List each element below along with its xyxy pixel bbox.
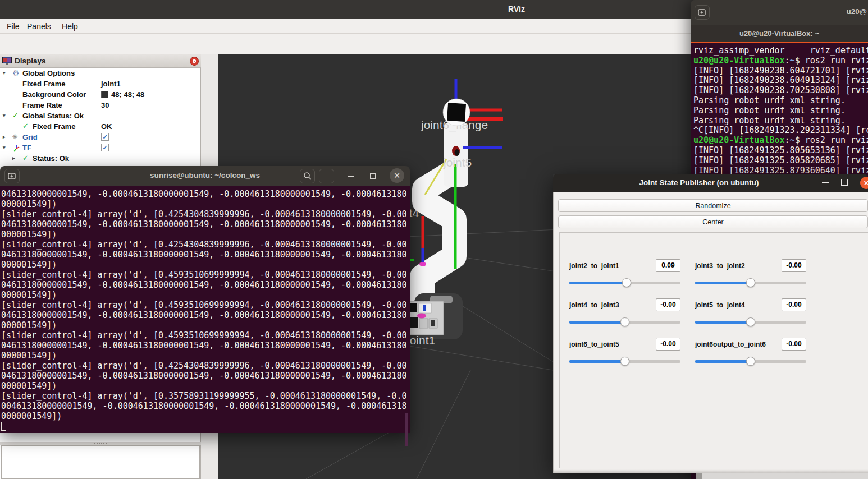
tf-axes-icon (12, 144, 20, 154)
chevron-down-icon[interactable]: ▾ (3, 70, 6, 76)
chevron-down-icon[interactable]: ▾ (3, 113, 6, 118)
close-icon[interactable]: ✕ (860, 177, 868, 189)
robot-base (408, 293, 463, 339)
displays-panel-title: Displays (15, 57, 46, 65)
slider-handle[interactable] (746, 317, 755, 326)
slider-track[interactable] (695, 360, 806, 363)
joint-label: joint2_to_joint1 (569, 262, 619, 270)
slider-fill (569, 321, 625, 324)
grid-checkbox[interactable]: ✓ (101, 133, 109, 141)
slider-fill (695, 360, 751, 363)
slider-handle[interactable] (746, 278, 755, 287)
frame-rate-value[interactable]: 30 (101, 101, 109, 109)
slider-track[interactable] (569, 321, 680, 324)
minimize-button[interactable] (342, 169, 358, 183)
tree-row-tf-status[interactable]: ▸ ✓ Status: Ok (0, 153, 201, 164)
randomize-button[interactable]: Randomize (558, 199, 868, 212)
displays-close-icon[interactable] (190, 57, 199, 66)
terminal-scrollbar[interactable] (405, 413, 408, 446)
menu-help[interactable]: Help (58, 21, 81, 32)
terminal-line: 0000001549]) (1, 411, 410, 421)
tree-row-global-options[interactable]: ▾ ⚙ Global Options (0, 68, 201, 79)
tree-row-grid[interactable]: ▸ ◈ Grid ✓ (0, 132, 201, 142)
terminal-line: [slider_control-4] array('d', [0.4254304… (1, 361, 410, 371)
slider-track[interactable] (695, 282, 806, 284)
chevron-right-icon[interactable]: ▸ (3, 134, 6, 140)
center-button[interactable]: Center (558, 215, 868, 228)
terminal-line: Parsing robot urdf xml string. (693, 116, 868, 126)
close-button[interactable]: ✕ (390, 168, 404, 183)
fixed-frame-value[interactable]: joint1 (101, 80, 121, 88)
joint-value-field[interactable]: -0.00 (656, 298, 680, 311)
displays-panel-header[interactable]: Displays (0, 54, 201, 68)
terminal-prompt-line: u20@u20-VirtualBox:~$ ros2 run rviz (693, 56, 868, 66)
terminal-line: [slider_control-4] array('d', [0.4593510… (1, 330, 410, 340)
rviz-window-title: RViz (488, 4, 545, 13)
fixed-frame-status-value: OK (101, 122, 112, 131)
terminal-line: [INFO] [1682490238.702530808] [rviz (693, 86, 868, 96)
tree-row-tf[interactable]: ▾ TF ✓ (0, 142, 201, 153)
terminal-line: 000001549]) (1, 381, 410, 391)
jsp-window-title: Joint State Publisher (on ubuntu) (553, 178, 845, 187)
terminal-line: 04613180000001549, -0.000461318000000154… (1, 280, 410, 290)
menu-file[interactable]: File (3, 21, 23, 32)
terminal-line: 04613180000001549, -0.000461318000000154… (1, 219, 410, 229)
slider-joint5_to_joint4: joint5_to_joint4 -0.00 (695, 300, 806, 334)
terminal-titlebar[interactable]: sunrise@ubuntu: ~/colcon_ws ✕ (0, 166, 410, 186)
tree-row-fixed-frame-status[interactable]: ✓ Fixed Frame OK (0, 121, 201, 132)
terminal-line: 000001549]) (1, 290, 410, 300)
chevron-down-icon[interactable]: ▾ (3, 145, 6, 150)
joint-slider-area: joint2_to_joint1 0.09 joint3_to_joint2 -… (559, 232, 868, 468)
color-swatch[interactable] (101, 91, 108, 98)
joint-value-field[interactable]: -0.00 (782, 338, 806, 351)
gear-icon: ⚙ (12, 68, 20, 77)
terminal-titlebar[interactable]: u20@ (691, 0, 868, 25)
tf-checkbox[interactable]: ✓ (101, 144, 109, 151)
slider-fill (695, 282, 751, 284)
slider-track[interactable] (695, 321, 806, 324)
terminal-line: [slider_control-4] array('d', [0.4254304… (1, 209, 410, 219)
grid-icon: ◈ (12, 132, 17, 140)
terminal-line: 04613180000001549, -0.000461318000000154… (1, 250, 410, 260)
chevron-right-icon[interactable]: ▸ (12, 155, 15, 161)
joint-value-field[interactable]: -0.00 (656, 338, 680, 351)
joint-value-field[interactable]: -0.00 (782, 259, 806, 272)
window-title: u20@ (847, 7, 867, 16)
hamburger-icon (323, 174, 330, 179)
slider-handle[interactable] (622, 278, 631, 287)
slider-joint6_to_joint5: joint6_to_joint5 -0.00 (569, 339, 680, 373)
menu-panels[interactable]: Panels (24, 21, 54, 32)
slider-handle[interactable] (620, 317, 629, 326)
minimize-icon[interactable] (822, 182, 829, 183)
tree-row-global-status[interactable]: ▾ ✓ Global Status: Ok (0, 110, 201, 121)
search-button[interactable] (300, 169, 315, 183)
slider-handle[interactable] (746, 357, 755, 366)
rviz-toolbar: ☝ Interact Move Camera Select (0, 34, 691, 54)
joint-label: joint6_to_joint5 (569, 340, 619, 348)
new-tab-button[interactable] (695, 5, 710, 20)
tree-row-background-color[interactable]: Background Color 48; 48; 48 (0, 89, 201, 100)
terminal-output[interactable]: 04613180000001549, -0.000461318000000154… (0, 186, 410, 433)
tree-row-fixed-frame[interactable]: Fixed Frame joint1 (0, 79, 201, 89)
terminal-line: [INFO] [1682491325.805820685] [rviz (693, 156, 868, 166)
slider-track[interactable] (569, 360, 680, 363)
slider-fill (569, 282, 627, 284)
joint-value-field[interactable]: -0.00 (782, 298, 806, 311)
maximize-icon[interactable] (841, 179, 848, 186)
tree-row-frame-rate[interactable]: Frame Rate 30 (0, 100, 201, 110)
terminal-line: 04613180000001549, -0.000461318000000154… (1, 340, 410, 351)
terminal-tabbar: u20@u20-VirtualBox: ~ (691, 25, 868, 43)
minimize-icon (348, 176, 354, 177)
terminal-line: 04613180000001549, -0.000461318000000154… (1, 189, 410, 199)
slider-handle[interactable] (620, 357, 629, 366)
slider-track[interactable] (569, 282, 680, 284)
terminal-line: 000001549]) (1, 199, 410, 209)
joint-value-field[interactable]: 0.09 (656, 259, 680, 272)
close-icon: ✕ (394, 172, 400, 179)
background-color-value[interactable]: 48; 48; 48 (111, 90, 144, 99)
status-ok-icon: ✓ (22, 154, 29, 162)
menu-button[interactable] (319, 169, 334, 183)
maximize-button[interactable] (365, 169, 381, 183)
tab-terminal[interactable]: u20@u20-VirtualBox: ~ (691, 29, 868, 38)
jsp-titlebar[interactable]: Joint State Publisher (on ubuntu) ✕ (553, 174, 868, 192)
